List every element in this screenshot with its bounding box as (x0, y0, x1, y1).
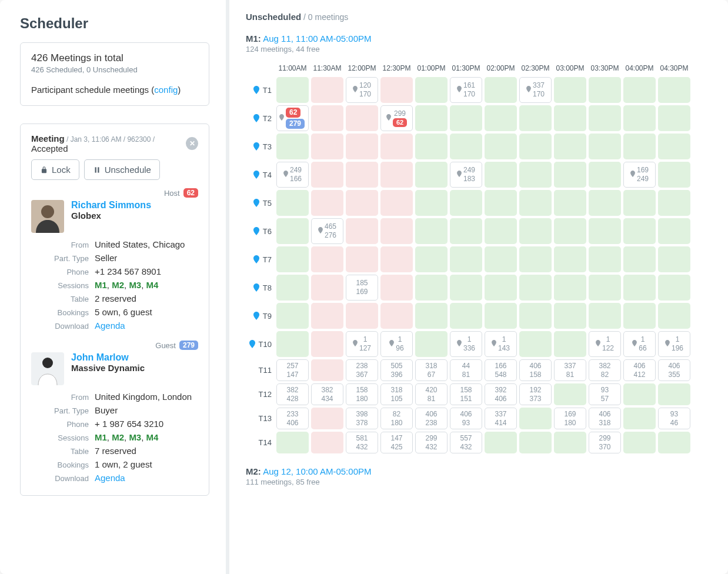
schedule-cell[interactable]: 29962 (380, 105, 413, 131)
schedule-cell[interactable] (311, 246, 343, 272)
schedule-cell[interactable] (276, 77, 309, 103)
schedule-cell[interactable] (276, 134, 309, 159)
schedule-cell[interactable]: 192373 (519, 383, 552, 405)
schedule-cell[interactable]: 1143 (485, 331, 517, 357)
schedule-cell[interactable] (658, 190, 690, 216)
schedule-cell[interactable]: 233406 (276, 408, 309, 429)
schedule-cell[interactable] (658, 105, 690, 131)
schedule-cell[interactable]: 147425 (380, 432, 413, 453)
schedule-cell[interactable]: 249166 (276, 162, 309, 188)
schedule-cell[interactable] (450, 275, 482, 301)
schedule-cell[interactable]: 82180 (380, 408, 413, 429)
schedule-cell[interactable] (276, 275, 309, 301)
schedule-cell[interactable] (554, 190, 586, 216)
schedule-cell[interactable] (658, 432, 690, 453)
schedule-cell[interactable] (589, 77, 621, 103)
schedule-cell[interactable]: 505396 (380, 359, 413, 381)
schedule-cell[interactable] (346, 162, 378, 188)
schedule-cell[interactable] (554, 246, 586, 272)
schedule-cell[interactable] (485, 432, 517, 453)
schedule-cell[interactable] (311, 275, 343, 301)
close-icon[interactable]: ✕ (186, 137, 198, 150)
schedule-cell[interactable] (311, 359, 343, 381)
schedule-cell[interactable] (311, 105, 343, 131)
schedule-cell[interactable] (276, 331, 309, 357)
schedule-cell[interactable] (276, 246, 309, 272)
schedule-cell[interactable] (380, 303, 413, 329)
schedule-cell[interactable] (485, 275, 517, 301)
schedule-cell[interactable]: 382428 (276, 383, 309, 405)
schedule-cell[interactable] (415, 275, 448, 301)
schedule-cell[interactable]: 38282 (589, 359, 621, 381)
schedule-cell[interactable] (554, 77, 586, 103)
schedule-cell[interactable] (485, 162, 517, 188)
schedule-cell[interactable] (311, 190, 343, 216)
schedule-cell[interactable] (589, 190, 621, 216)
schedule-cell[interactable]: 406355 (658, 359, 690, 381)
schedule-cell[interactable]: 185169 (346, 275, 378, 301)
schedule-cell[interactable]: 40693 (450, 408, 482, 429)
schedule-cell[interactable] (589, 105, 621, 131)
schedule-cell[interactable]: 1122 (589, 331, 621, 357)
schedule-cell[interactable] (485, 134, 517, 159)
schedule-cell[interactable] (623, 303, 656, 329)
schedule-cell[interactable]: 1196 (658, 331, 690, 357)
host-agenda-link[interactable]: Agenda (95, 321, 125, 331)
schedule-cell[interactable]: 9346 (658, 408, 690, 429)
schedule-cell[interactable]: 406412 (623, 359, 656, 381)
schedule-cell[interactable]: 406158 (519, 359, 552, 381)
schedule-cell[interactable] (623, 275, 656, 301)
schedule-cell[interactable] (485, 246, 517, 272)
schedule-cell[interactable] (311, 162, 343, 188)
schedule-cell[interactable] (346, 246, 378, 272)
schedule-cell[interactable] (554, 303, 586, 329)
schedule-cell[interactable] (623, 134, 656, 159)
schedule-cell[interactable] (346, 190, 378, 216)
schedule-cell[interactable] (276, 432, 309, 453)
schedule-cell[interactable] (415, 190, 448, 216)
schedule-cell[interactable] (554, 432, 586, 453)
schedule-cell[interactable] (554, 331, 586, 357)
schedule-cell[interactable]: 406238 (415, 408, 448, 429)
schedule-cell[interactable] (485, 105, 517, 131)
schedule-cell[interactable] (276, 303, 309, 329)
schedule-cell[interactable] (415, 105, 448, 131)
schedule-cell[interactable] (450, 218, 482, 244)
schedule-cell[interactable] (589, 303, 621, 329)
schedule-cell[interactable]: 382434 (311, 383, 343, 405)
schedule-cell[interactable]: 166548 (485, 359, 517, 381)
schedule-cell[interactable]: 158180 (346, 383, 378, 405)
schedule-cell[interactable]: 406318 (589, 408, 621, 429)
session-range-link[interactable]: Aug 12, 10:00 AM-05:00PM (263, 466, 371, 476)
schedule-cell[interactable]: 196 (380, 331, 413, 357)
schedule-cell[interactable] (415, 162, 448, 188)
schedule-cell[interactable] (658, 134, 690, 159)
schedule-cell[interactable] (311, 134, 343, 159)
guest-name-link[interactable]: John Marlow (71, 352, 145, 363)
schedule-cell[interactable] (519, 190, 552, 216)
schedule-cell[interactable] (415, 303, 448, 329)
schedule-cell[interactable] (554, 275, 586, 301)
schedule-cell[interactable] (276, 190, 309, 216)
schedule-cell[interactable] (380, 77, 413, 103)
schedule-cell[interactable]: 257147 (276, 359, 309, 381)
schedule-cell[interactable]: 169249 (623, 162, 656, 188)
schedule-cell[interactable] (415, 246, 448, 272)
config-link[interactable]: config (154, 85, 178, 95)
schedule-cell[interactable] (380, 162, 413, 188)
schedule-cell[interactable]: 299370 (589, 432, 621, 453)
schedule-cell[interactable]: 62279 (276, 105, 309, 131)
schedule-cell[interactable] (450, 303, 482, 329)
session-range-link[interactable]: Aug 11, 11:00 AM-05:00PM (263, 34, 371, 44)
schedule-cell[interactable]: 42081 (415, 383, 448, 405)
schedule-cell[interactable] (380, 134, 413, 159)
schedule-cell[interactable]: 337170 (519, 77, 552, 103)
schedule-cell[interactable]: 169180 (554, 408, 586, 429)
schedule-cell[interactable] (519, 331, 552, 357)
schedule-cell[interactable]: 1127 (346, 331, 378, 357)
schedule-cell[interactable] (519, 246, 552, 272)
schedule-cell[interactable] (519, 432, 552, 453)
schedule-cell[interactable]: 4481 (450, 359, 482, 381)
schedule-cell[interactable]: 318105 (380, 383, 413, 405)
schedule-cell[interactable] (311, 331, 343, 357)
